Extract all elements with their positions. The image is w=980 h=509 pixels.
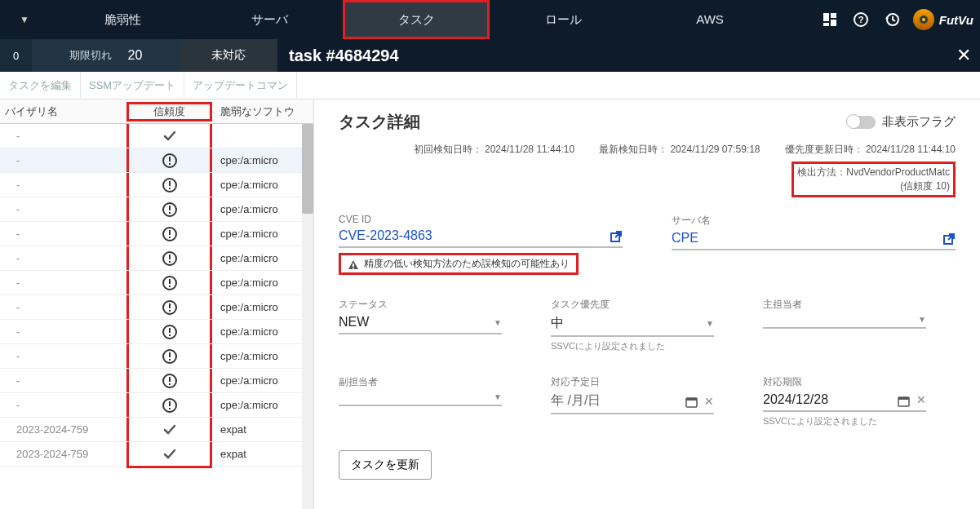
software-cell: cpe:/a:micro — [212, 179, 313, 191]
table-row[interactable]: -cpe:/a:micro — [0, 222, 313, 246]
nav-vuln[interactable]: 脆弱性 — [49, 0, 196, 39]
svg-rect-40 — [169, 401, 171, 406]
nav-role[interactable]: ロール — [490, 0, 636, 39]
table-row[interactable]: -cpe:/a:micro — [0, 246, 313, 271]
launch-icon[interactable] — [610, 228, 623, 243]
dashboard-icon[interactable] — [820, 10, 840, 29]
priority-select[interactable]: 中 ▼ — [551, 315, 714, 337]
svg-rect-29 — [169, 310, 171, 312]
confidence-cell — [126, 173, 212, 197]
software-cell: cpe:/a:micro — [212, 301, 313, 313]
advisory-cell: - — [0, 350, 126, 362]
subbar-count-zero[interactable]: 0 — [0, 39, 33, 72]
software-cell: cpe:/a:micro — [212, 350, 313, 362]
svg-rect-49 — [898, 397, 909, 400]
svg-rect-26 — [169, 285, 171, 287]
check-icon — [162, 445, 178, 463]
close-icon[interactable]: ✕ — [947, 39, 980, 72]
clear-date-icon[interactable]: ✕ — [704, 395, 714, 408]
advisory-cell: - — [0, 154, 126, 166]
confidence-cell — [126, 393, 212, 417]
table-row[interactable]: -cpe:/a:micro — [0, 295, 313, 320]
launch-icon[interactable] — [942, 231, 956, 246]
confidence-cell — [126, 344, 212, 368]
detection-method: 検出方法：NvdVendorProductMatc (信頼度 10) — [792, 162, 956, 197]
calendar-icon[interactable] — [898, 392, 910, 407]
low-precision-warning: 精度の低い検知方法のため誤検知の可能性あり — [339, 253, 579, 275]
warning-icon — [162, 176, 178, 193]
table-row[interactable]: -cpe:/a:micro — [0, 369, 313, 393]
ssm-update-button[interactable]: SSMアップデート — [81, 72, 184, 100]
table-row[interactable]: -cpe:/a:micro — [0, 271, 313, 295]
cve-link[interactable]: CVE-2023-4863 — [339, 228, 623, 248]
owner-select[interactable]: ▼ — [763, 315, 926, 329]
scrollbar-thumb[interactable] — [302, 124, 313, 214]
col-software[interactable]: 脆弱なソフトウ — [212, 104, 313, 119]
warning-icon — [162, 347, 178, 365]
table-row[interactable]: -cpe:/a:micro — [0, 344, 313, 369]
confidence-cell — [126, 197, 212, 221]
status-select[interactable]: NEW ▼ — [339, 315, 502, 334]
hide-flag-toggle[interactable]: 非表示フラグ — [848, 114, 956, 130]
table-row[interactable]: -cpe:/a:micro — [0, 393, 313, 418]
advisory-cell: - — [0, 179, 126, 191]
server-link[interactable]: CPE — [672, 231, 956, 250]
table-row[interactable]: 2023-2024-759expat — [0, 418, 313, 442]
nav-caret-icon[interactable]: ▼ — [0, 14, 49, 25]
svg-rect-37 — [169, 377, 171, 382]
warning-icon — [162, 152, 178, 169]
table-row[interactable]: 2023-2024-759expat — [0, 442, 313, 467]
deadline-date-input[interactable]: 2024/12/28 ✕ — [763, 392, 926, 412]
svg-rect-19 — [169, 230, 171, 235]
software-cell: expat — [212, 423, 313, 436]
status-label: ステータス — [339, 298, 502, 312]
svg-rect-28 — [169, 303, 171, 308]
help-icon[interactable]: ? — [851, 10, 871, 29]
advisory-cell: 2023-2024-759 — [0, 448, 126, 460]
update-task-button[interactable]: タスクを更新 — [339, 450, 432, 480]
svg-point-8 — [922, 18, 925, 21]
planned-date-input[interactable]: 年 /月/日 ✕ — [551, 392, 714, 414]
history-icon[interactable] — [882, 10, 902, 29]
svg-rect-22 — [169, 254, 171, 259]
software-cell: cpe:/a:micro — [212, 203, 313, 215]
confidence-cell — [126, 148, 212, 172]
nav-task[interactable]: タスク — [343, 0, 490, 39]
table-row[interactable]: -cpe:/a:micro — [0, 173, 313, 197]
edit-task-button[interactable]: タスクを編集 — [0, 72, 81, 100]
subowner-select[interactable]: ▼ — [339, 392, 502, 406]
svg-rect-43 — [353, 263, 354, 267]
col-advisory[interactable]: バイザリ名 — [0, 104, 126, 119]
warning-icon — [162, 250, 178, 267]
advisory-cell: - — [0, 374, 126, 387]
svg-rect-13 — [169, 181, 171, 186]
deadline-note: SSVCにより設定されました — [763, 415, 926, 427]
planned-label: 対応予定日 — [551, 375, 714, 389]
toggle-icon[interactable] — [848, 116, 876, 129]
svg-rect-38 — [169, 383, 171, 385]
svg-rect-23 — [169, 261, 171, 263]
table-row[interactable]: -cpe:/a:micro — [0, 320, 313, 344]
nav-aws[interactable]: AWS — [636, 0, 783, 39]
update-command-button[interactable]: アップデートコマン — [184, 72, 297, 100]
warning-icon — [162, 396, 178, 414]
table-row[interactable]: - — [0, 124, 313, 148]
subbar-expired[interactable]: 期限切れ 20 — [33, 39, 180, 72]
svg-rect-20 — [169, 237, 171, 238]
top-nav: ▼ 脆弱性 サーバ タスク ロール AWS ? FutVu — [0, 0, 980, 39]
warning-icon — [162, 274, 178, 291]
col-confidence[interactable]: 信頼度 — [126, 102, 212, 122]
clear-date-icon[interactable]: ✕ — [916, 393, 926, 406]
table-row[interactable]: -cpe:/a:micro — [0, 148, 313, 173]
calendar-icon[interactable] — [685, 394, 698, 409]
warning-icon — [162, 225, 178, 242]
advisory-cell: - — [0, 228, 126, 240]
nav-server[interactable]: サーバ — [196, 0, 343, 39]
check-icon — [162, 127, 178, 144]
svg-rect-31 — [169, 328, 171, 333]
table-row[interactable]: -cpe:/a:micro — [0, 197, 313, 222]
subbar-unhandled[interactable]: 未対応 — [180, 39, 277, 72]
confidence-cell — [126, 222, 212, 246]
advisory-cell: - — [0, 301, 126, 313]
chevron-down-icon: ▼ — [706, 319, 714, 328]
